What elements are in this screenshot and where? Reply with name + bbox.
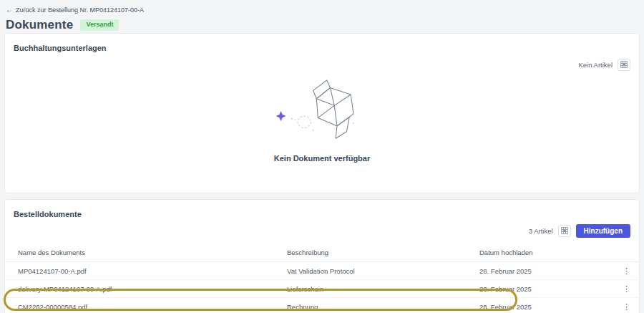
table-row[interactable]: MP04124107-00-A.pdf Vat Validation Proto…	[5, 262, 639, 280]
documents-page: ← Zurück zur Bestellung Nr. MP04124107-0…	[0, 0, 644, 313]
back-link-label: Zurück zur Bestellung Nr. MP04124107-00-…	[16, 6, 144, 14]
document-date: 28. Februar 2025	[475, 267, 615, 275]
back-link[interactable]: ← Zurück zur Bestellung Nr. MP04124107-0…	[6, 6, 144, 14]
column-header-date: Datum hochladen	[475, 249, 615, 256]
order-item-count: 3 Artikel	[529, 227, 553, 235]
table-row[interactable]: delivery-MP04124107-00-A.pdf Lieferschei…	[5, 280, 639, 298]
accounting-item-count: Kein Artikel	[578, 61, 613, 69]
document-description: Lieferschein	[283, 285, 475, 293]
table-header-row: Name des Dokuments Beschreibung Datum ho…	[5, 243, 639, 262]
document-date: 28. Februar 2025	[475, 303, 615, 311]
document-name: CM2262-00000584.pdf	[14, 303, 283, 311]
document-name: delivery-MP04124107-00-A.pdf	[14, 285, 283, 293]
accounting-table-settings-button[interactable]	[618, 59, 630, 71]
document-name: MP04124107-00-A.pdf	[14, 267, 283, 275]
empty-box-illustration	[5, 80, 639, 145]
sparkle-icon	[276, 111, 286, 121]
order-section-title: Bestelldokumente	[5, 200, 639, 218]
back-arrow-icon: ←	[6, 6, 13, 14]
order-table-settings-button[interactable]	[558, 225, 571, 237]
row-menu-icon[interactable]: ⋮	[615, 267, 632, 275]
document-description: Rechnung	[283, 303, 475, 311]
table-row-highlighted[interactable]: CM2262-00000584.pdf Rechnung 28. Februar…	[5, 298, 639, 313]
empty-state-text: Kein Dokument verfügbar	[5, 154, 639, 163]
document-description: Vat Validation Protocol	[283, 267, 475, 275]
add-document-button[interactable]: Hinzufügen	[576, 224, 630, 238]
row-menu-icon[interactable]: ⋮	[615, 303, 632, 311]
column-header-description: Beschreibung	[283, 249, 475, 256]
row-menu-icon[interactable]: ⋮	[615, 285, 632, 293]
accounting-documents-card: Buchhaltungsunterlagen Kein Artikel	[4, 33, 640, 193]
column-header-name: Name des Dokuments	[14, 249, 283, 256]
order-documents-table: Name des Dokuments Beschreibung Datum ho…	[5, 243, 639, 313]
document-date: 28. Februar 2025	[475, 285, 615, 293]
accounting-section-title: Buchhaltungsunterlagen	[5, 34, 639, 52]
status-badge: Versandt	[80, 19, 119, 31]
page-title: Dokumente	[6, 18, 73, 32]
order-documents-card: Bestelldokumente 3 Artikel	[4, 199, 640, 313]
grid-icon	[561, 226, 568, 236]
grid-icon	[620, 59, 628, 70]
accounting-empty-state: Kein Dokument verfügbar	[5, 80, 639, 163]
